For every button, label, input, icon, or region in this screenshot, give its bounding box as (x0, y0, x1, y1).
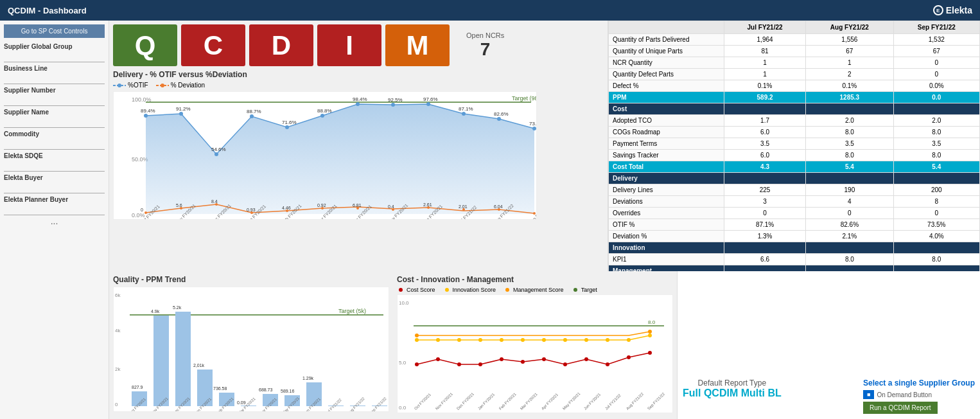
sidebar-input-4[interactable] (4, 138, 105, 150)
svg-text:Nov FY20/21: Nov FY20/21 (435, 391, 453, 410)
table-cell-value: 0.1% (806, 80, 893, 92)
svg-point-108 (399, 288, 403, 292)
col-header-aug: Aug FY21/22 (806, 21, 893, 34)
table-row: Adopted TCO1.72.02.0 (609, 115, 980, 127)
table-row: Quantity of Unique Parts816767 (609, 46, 980, 57)
svg-point-130 (436, 338, 440, 342)
table-cell-value: 0 (806, 208, 893, 219)
sidebar-input-3[interactable] (4, 116, 105, 128)
table-cell-label: Quantity of Unique Parts (609, 46, 724, 57)
svg-text:10.0: 10.0 (399, 300, 409, 306)
svg-text:8.0: 8.0 (648, 319, 656, 325)
table-cell-label: Savings Tracker (609, 150, 724, 161)
svg-point-117 (415, 362, 419, 366)
svg-text:71.6%: 71.6% (282, 120, 297, 125)
svg-rect-79 (175, 312, 191, 406)
sidebar-input-0[interactable] (4, 51, 105, 62)
table-row: Quantity of Parts Delivered1,9641,5561,5… (609, 34, 980, 46)
svg-text:Apr FY20/21: Apr FY20/21 (541, 392, 559, 411)
svg-point-26 (426, 102, 430, 106)
svg-text:0.0: 0.0 (399, 405, 407, 411)
table-cell-value: 6.6 (724, 254, 806, 265)
svg-point-34 (144, 211, 147, 214)
table-cell-label: Quantity of Parts Delivered (609, 34, 724, 46)
svg-point-119 (457, 362, 461, 366)
table-cell-value: 0 (893, 57, 979, 69)
svg-text:Jan FY20/21: Jan FY20/21 (477, 392, 496, 411)
table-cell-value: 0 (724, 208, 806, 219)
sidebar-input-1[interactable] (4, 73, 105, 84)
table-cell-label: Adopted TCO (609, 115, 724, 127)
table-row: OTIF %87.1%82.6%73.5% (609, 219, 980, 231)
svg-point-131 (457, 338, 461, 342)
svg-point-136 (563, 338, 567, 342)
svg-rect-77 (153, 316, 169, 406)
table-cell-label: Delivery Lines (609, 184, 724, 196)
svg-text:97.6%: 97.6% (423, 96, 438, 102)
table-cell-value: 589.2 (724, 92, 806, 103)
svg-text:688.73: 688.73 (259, 388, 273, 392)
ppm-chart: Quality - PPM Trend 6k 4k 2k 0 Target (5… (109, 271, 393, 419)
table-cell-value: 5.4 (893, 161, 979, 173)
table-cell-value (724, 242, 806, 254)
table-cell-value: 2.0 (806, 115, 893, 127)
svg-text:91.2%: 91.2% (176, 106, 191, 112)
report-type-section: Default Report Type Full QCDIM Multi BL (683, 379, 782, 399)
elekta-logo-icon: E (933, 5, 943, 15)
table-cell-value: 8.0 (893, 127, 979, 138)
svg-point-129 (415, 338, 419, 342)
sidebar-input-6[interactable] (4, 182, 105, 193)
qcdim-d: D (249, 24, 313, 66)
sidebar-input-2[interactable] (4, 94, 105, 106)
table-row: Delivery (609, 173, 980, 184)
run-report-button[interactable]: Run a QCDIM Report (863, 402, 938, 414)
table-row: Cost Total4.35.45.4 (609, 161, 980, 173)
svg-point-126 (606, 362, 609, 366)
delivery-chart-legend: %OTIF % Deviation (113, 82, 604, 89)
svg-point-137 (584, 338, 588, 342)
sidebar-input-7[interactable] (4, 204, 105, 215)
table-cell-label: COGs Roadmap (609, 127, 724, 138)
svg-text:5.2k: 5.2k (173, 305, 182, 310)
table-row: Payment Terms3.53.53.5 (609, 138, 980, 150)
table-cell-label: KPI1 (609, 254, 724, 265)
svg-text:0.4: 0.4 (388, 204, 394, 209)
table-cell-value: 81 (724, 46, 806, 57)
sidebar: Go to SP Cost Controls Supplier Global G… (0, 21, 109, 419)
svg-point-134 (521, 338, 525, 342)
table-row: NCR Quantity110 (609, 57, 980, 69)
table-row: PPM589.21285.30.0 (609, 92, 980, 103)
svg-point-118 (436, 357, 440, 361)
select-supplier-label: Select a single Supplier Group (863, 379, 975, 388)
sp-cost-controls-button[interactable]: Go to SP Cost Controls (4, 24, 105, 38)
svg-text:Mar FY20/21: Mar FY20/21 (520, 392, 538, 411)
sidebar-label-0: Supplier Global Group (4, 43, 105, 50)
svg-text:589.16: 589.16 (281, 389, 295, 393)
table-row: Cost (609, 103, 980, 115)
sidebar-input-5[interactable] (4, 160, 105, 172)
on-demand-button[interactable]: ■ (863, 390, 874, 399)
svg-text:98.4%: 98.4% (353, 96, 367, 102)
svg-point-28 (462, 112, 466, 116)
svg-point-139 (627, 338, 631, 342)
sidebar-field-elekta-buyer: Elekta Buyer (4, 174, 105, 193)
svg-point-3 (161, 84, 164, 87)
table-cell-value: 1.3% (724, 231, 806, 242)
table-cell-value: 4 (806, 196, 893, 208)
svg-point-125 (584, 357, 588, 361)
svg-text:88.8%: 88.8% (317, 108, 332, 114)
sidebar-more[interactable]: ··· (4, 218, 105, 228)
table-cell-value: 225 (724, 184, 806, 196)
svg-text:0: 0 (115, 402, 118, 407)
qcdim-i: I (317, 24, 381, 66)
report-type-value: Full QCDIM Multi BL (683, 388, 782, 399)
svg-point-127 (627, 355, 631, 359)
svg-text:89.4%: 89.4% (141, 108, 155, 114)
table-cell-value: 1,964 (724, 34, 806, 46)
table-row: Savings Tracker6.08.08.0 (609, 150, 980, 161)
svg-text:4k: 4k (115, 328, 121, 334)
sidebar-label-2: Supplier Number (4, 87, 105, 94)
svg-text:0.92: 0.92 (317, 203, 326, 208)
table-cell-value (724, 103, 806, 115)
table-cell-value: 8.0 (806, 150, 893, 161)
